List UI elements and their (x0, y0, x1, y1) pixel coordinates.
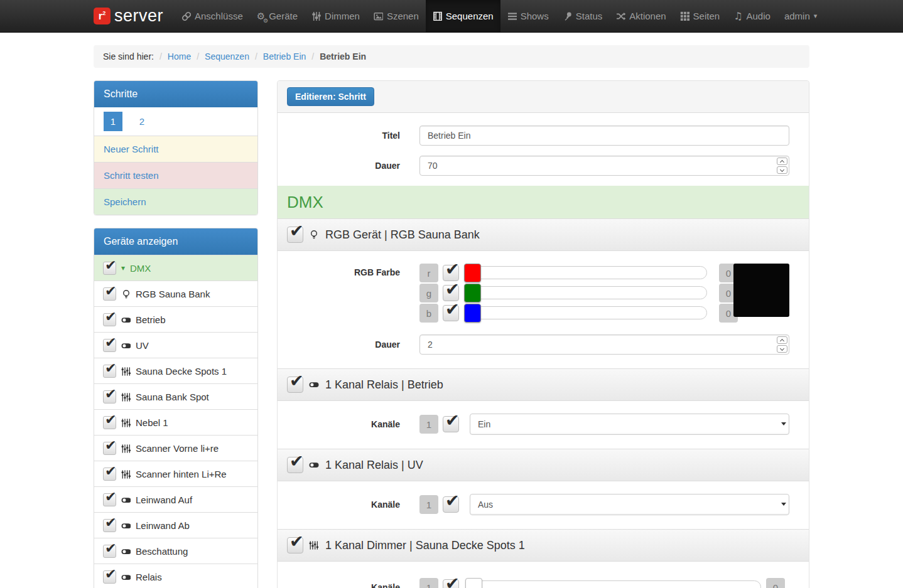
slider-handle[interactable] (464, 304, 481, 323)
relais-betrieb-select[interactable]: Ein (470, 414, 789, 435)
device-row-scanner-vorne[interactable]: ✔ Scanner Vorne li+re (94, 435, 257, 461)
titel-input[interactable] (419, 126, 789, 146)
devices-panel-title: Geräte anzeigen (94, 228, 257, 255)
step-1-button[interactable]: 1 (104, 112, 122, 131)
slider-track[interactable] (465, 580, 761, 588)
spin-down-button[interactable] (777, 166, 787, 174)
breadcrumb-link-sequenzen[interactable]: Sequenzen (205, 51, 249, 61)
brand-logo[interactable]: r2 server (94, 0, 175, 32)
nav-item-geraete[interactable]: ⚙⚙ Geräte (250, 0, 305, 32)
section-head-rgb-geraet: ✔ RGB Gerät | RGB Sauna Bank (278, 218, 809, 251)
device-checkbox[interactable]: ✔ (103, 545, 116, 558)
device-label: Sauna Bank Spot (136, 392, 209, 402)
nav-item-sequenzen[interactable]: Sequenzen (426, 0, 500, 32)
slider-track[interactable] (464, 306, 707, 319)
chevron-up-icon (780, 338, 784, 343)
device-row-sauna-decke-spots-1[interactable]: ✔ Sauna Decke Spots 1 (94, 358, 257, 383)
nav-item-shows[interactable]: Shows (500, 0, 556, 32)
edit-step-button[interactable]: Editieren: Schritt (287, 87, 374, 106)
channel-checkbox[interactable]: ✔ (443, 579, 459, 588)
nav-user-menu[interactable]: admin ▾ (777, 0, 824, 32)
dauer-input[interactable] (419, 156, 789, 176)
device-checkbox[interactable]: ✔ (103, 262, 116, 275)
step-2-button[interactable]: 2 (132, 112, 151, 131)
kanaele-label: Kanäle (287, 419, 400, 429)
device-row-nebel-1[interactable]: ✔ Nebel 1 (94, 409, 257, 435)
spin-down-button[interactable] (777, 345, 787, 353)
device-row-uv[interactable]: ✔ UV (94, 332, 257, 358)
device-checkbox[interactable]: ✔ (103, 570, 116, 584)
device-checkbox[interactable]: ✔ (103, 287, 116, 301)
device-checkbox[interactable]: ✔ (103, 365, 116, 378)
checkmark-icon: ✔ (105, 439, 116, 452)
breadcrumb-separator: / (197, 51, 199, 61)
test-step-button[interactable]: Schritt testen (94, 162, 257, 188)
device-checkbox[interactable]: ✔ (103, 468, 116, 481)
channel-slider-b[interactable] (464, 304, 707, 323)
device-row-sauna-bank-spot[interactable]: ✔ Sauna Bank Spot (94, 383, 257, 409)
device-checkbox[interactable]: ✔ (103, 442, 116, 455)
device-row-betrieb[interactable]: ✔ Betrieb (94, 306, 257, 332)
nav-item-anschluesse[interactable]: Anschlüsse (175, 0, 250, 32)
device-checkbox[interactable]: ✔ (103, 313, 116, 326)
pushpin-icon (563, 11, 572, 21)
device-checkbox[interactable]: ✔ (103, 493, 116, 506)
checkmark-icon: ✔ (105, 387, 116, 401)
section-body-relais-uv: Kanäle 1 ✔ Aus (278, 481, 809, 529)
chevron-up-icon (780, 159, 784, 164)
section-checkbox[interactable]: ✔ (287, 227, 303, 243)
channel-checkbox[interactable]: ✔ (443, 416, 459, 432)
rgb-dauer-input[interactable] (419, 334, 789, 355)
nav-item-szenen[interactable]: Szenen (367, 0, 426, 32)
spin-up-button[interactable] (777, 336, 787, 344)
section-checkbox[interactable]: ✔ (287, 537, 303, 553)
device-row-leinwand-auf[interactable]: ✔ Leinwand Auf (94, 486, 257, 512)
breadcrumb-link-home[interactable]: Home (168, 51, 191, 61)
section-checkbox[interactable]: ✔ (287, 377, 303, 393)
nav-item-audio[interactable]: ♫ Audio (727, 0, 777, 32)
nav-user-label: admin (784, 11, 810, 21)
device-row-dmx[interactable]: ✔ ▾ DMX (94, 255, 257, 281)
device-checkbox[interactable]: ✔ (103, 519, 116, 532)
section-checkbox[interactable]: ✔ (287, 457, 303, 473)
device-label: Scanner hinten Li+Re (136, 469, 227, 479)
device-checkbox[interactable]: ✔ (103, 339, 116, 352)
device-row-rgb-sauna-bank[interactable]: ✔ RGB Sauna Bank (94, 281, 257, 306)
nav-item-aktionen[interactable]: Aktionen (609, 0, 673, 32)
slider-track[interactable] (464, 266, 707, 279)
device-row-leinwand-ab[interactable]: ✔ Leinwand Ab (94, 512, 257, 538)
channel-key-badge: g (419, 284, 438, 302)
channel-checkbox[interactable]: ✔ (443, 496, 459, 513)
relais-uv-select[interactable]: Aus (470, 494, 789, 515)
new-step-button[interactable]: Neuer Schritt (94, 136, 257, 162)
slider-handle[interactable] (465, 578, 482, 588)
nav-label: Anschlüsse (195, 11, 243, 21)
slider-track[interactable] (464, 286, 707, 299)
slider-handle[interactable] (464, 264, 481, 282)
device-label: Nebel 1 (136, 417, 168, 428)
checkmark-icon: ✔ (445, 260, 460, 277)
sliders-icon (311, 11, 321, 21)
section-body-dimmer-spots: Kanäle 1 ✔ 0 (278, 562, 809, 588)
device-checkbox[interactable]: ✔ (103, 390, 116, 404)
nav-item-status[interactable]: Status (556, 0, 610, 32)
rgb-farbe-label: RGB Farbe (287, 267, 400, 277)
slider-handle[interactable] (464, 284, 481, 302)
device-checkbox[interactable]: ✔ (103, 416, 116, 429)
nav-label: Shows (521, 11, 549, 21)
save-button[interactable]: Speichern (94, 188, 257, 215)
nav-item-seiten[interactable]: Seiten (673, 0, 727, 32)
nav-item-dimmen[interactable]: Dimmen (305, 0, 367, 32)
channel-slider-g[interactable] (464, 284, 707, 302)
step-editor-panel: Editieren: Schritt Titel Dauer (277, 80, 809, 588)
nav-label: Dimmen (325, 11, 360, 21)
device-row-scanner-hinten[interactable]: ✔ Scanner hinten Li+Re (94, 461, 257, 486)
dimmer-icon (121, 418, 131, 427)
device-row-beschattung[interactable]: ✔ Beschattung (94, 538, 257, 564)
device-row-relais[interactable]: ✔ Relais (94, 564, 257, 588)
spin-up-button[interactable] (777, 158, 787, 165)
breadcrumb-link-betrieb-ein[interactable]: Betrieb Ein (263, 51, 306, 61)
channel-checkbox[interactable]: ✔ (443, 305, 459, 321)
dimmer-slider[interactable] (465, 578, 761, 588)
channel-slider-r[interactable] (464, 264, 707, 282)
